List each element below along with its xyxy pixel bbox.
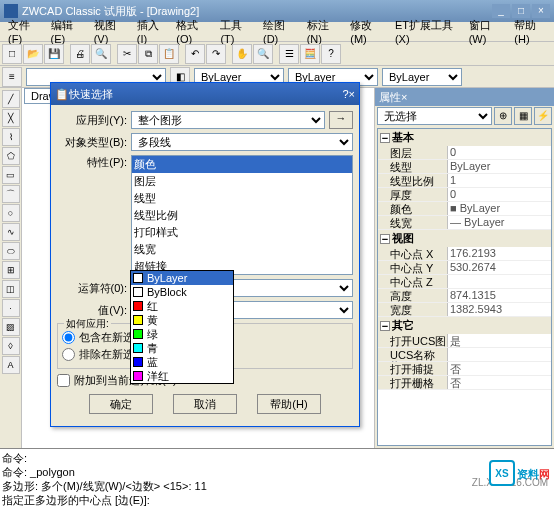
property-grid[interactable]: −基本图层0线型ByLayer线型比例1厚度0颜色■ ByLayer线宽— By… [377,128,552,446]
list-item[interactable]: 线型 [132,190,352,207]
copy-icon[interactable]: ⧉ [138,44,158,64]
menu-item[interactable]: 修改(M) [344,18,389,45]
property-row[interactable]: 线型比例1 [378,174,551,188]
property-row[interactable]: 颜色■ ByLayer [378,202,551,216]
property-row[interactable]: 图层0 [378,146,551,160]
property-row[interactable]: 中心点 Z [378,275,551,289]
menu-item[interactable]: 视图(V) [88,18,131,45]
minimize-button[interactable]: _ [492,4,510,18]
menu-item[interactable]: 工具(T) [214,18,257,45]
line-icon[interactable]: ╱ [2,90,20,108]
panel-close-icon[interactable]: × [401,91,407,103]
circle-icon[interactable]: ○ [2,204,20,222]
open-icon[interactable]: 📂 [23,44,43,64]
pan-icon[interactable]: ✋ [232,44,252,64]
collapse-icon[interactable]: − [380,234,390,244]
menu-item[interactable]: ET扩展工具(X) [389,18,463,45]
dialog-icon: 📋 [55,88,69,101]
region-icon[interactable]: ◊ [2,337,20,355]
menu-item[interactable]: 文件(F) [2,18,45,45]
color-item[interactable]: 青 [131,341,233,355]
rect-icon[interactable]: ▭ [2,166,20,184]
list-item[interactable]: 打印样式 [132,224,352,241]
menu-item[interactable]: 标注(N) [301,18,345,45]
menu-item[interactable]: 格式(O) [170,18,214,45]
color-item[interactable]: ByBlock [131,285,233,299]
collapse-icon[interactable]: − [380,321,390,331]
print-icon[interactable]: 🖨 [70,44,90,64]
list-item[interactable]: 颜色 [132,156,352,173]
ellipse-icon[interactable]: ⬭ [2,242,20,260]
command-history-line: 命令: _polygon [2,465,552,479]
property-row[interactable]: 线宽— ByLayer [378,216,551,230]
menu-item[interactable]: 编辑(E) [45,18,88,45]
close-button[interactable]: × [532,4,550,18]
color-item[interactable]: 洋红 [131,369,233,383]
help-icon[interactable]: ? [321,44,341,64]
menu-item[interactable]: 插入(I) [131,18,170,45]
zoom-icon[interactable]: 🔍 [253,44,273,64]
property-row[interactable]: 中心点 X176.2193 [378,247,551,261]
property-group[interactable]: −视图 [378,230,551,247]
color-item[interactable]: 绿 [131,327,233,341]
list-item[interactable]: 线型比例 [132,207,352,224]
list-item[interactable]: 线宽 [132,241,352,258]
property-group[interactable]: −基本 [378,129,551,146]
pick-objects-button[interactable]: → [329,111,353,129]
list-item[interactable]: 图层 [132,173,352,190]
paste-icon[interactable]: 📋 [159,44,179,64]
color-dropdown[interactable]: ByLayerByBlock红黄绿青蓝洋红 [130,270,234,384]
layer-icon[interactable]: ≡ [2,67,22,87]
pline-icon[interactable]: ⌇ [2,128,20,146]
cancel-button[interactable]: 取消 [173,394,237,414]
color-item[interactable]: 红 [131,299,233,313]
property-row[interactable]: 打开捕捉否 [378,362,551,376]
spline-icon[interactable]: ∿ [2,223,20,241]
property-row[interactable]: 宽度1382.5943 [378,303,551,317]
point-icon[interactable]: · [2,299,20,317]
menu-item[interactable]: 窗口(W) [463,18,509,45]
property-row[interactable]: 打开栅格否 [378,376,551,390]
block-icon[interactable]: ◫ [2,280,20,298]
prop-flash-icon[interactable]: ⚡ [534,107,552,125]
bylayer-combo-3[interactable]: ByLayer [382,68,462,86]
props-icon[interactable]: ☰ [279,44,299,64]
property-listbox[interactable]: 颜色图层线型线型比例打印样式线宽超链接顶点 X坐标顶点 Y坐标起始线段宽度材质面… [131,155,353,275]
property-row[interactable]: 打开UCS图标是 [378,334,551,348]
undo-icon[interactable]: ↶ [185,44,205,64]
help-button[interactable]: 帮助(H) [257,394,321,414]
cut-icon[interactable]: ✂ [117,44,137,64]
prop-qs-icon[interactable]: ▦ [514,107,532,125]
save-icon[interactable]: 💾 [44,44,64,64]
redo-icon[interactable]: ↷ [206,44,226,64]
property-row[interactable]: 厚度0 [378,188,551,202]
xline-icon[interactable]: ╳ [2,109,20,127]
dialog-close-icon[interactable]: × [349,88,355,100]
property-row[interactable]: UCS名称 [378,348,551,362]
ok-button[interactable]: 确定 [89,394,153,414]
arc-icon[interactable]: ⌒ [2,185,20,203]
calc-icon[interactable]: 🧮 [300,44,320,64]
new-icon[interactable]: □ [2,44,22,64]
prop-pick-icon[interactable]: ⊕ [494,107,512,125]
maximize-button[interactable]: □ [512,4,530,18]
property-row[interactable]: 中心点 Y530.2674 [378,261,551,275]
menu-item[interactable]: 帮助(H) [508,18,552,45]
property-group[interactable]: −其它 [378,317,551,334]
hatch-icon[interactable]: ▨ [2,318,20,336]
property-row[interactable]: 高度874.1315 [378,289,551,303]
selection-combo[interactable]: 无选择 [377,107,492,125]
polygon-icon[interactable]: ⬠ [2,147,20,165]
apply-label: 应用到(Y): [57,113,131,128]
property-row[interactable]: 线型ByLayer [378,160,551,174]
collapse-icon[interactable]: − [380,133,390,143]
color-item[interactable]: 黄 [131,313,233,327]
apply-combo[interactable]: 整个图形 [131,111,325,129]
color-item[interactable]: ByLayer [131,271,233,285]
preview-icon[interactable]: 🔍 [91,44,111,64]
color-item[interactable]: 蓝 [131,355,233,369]
insert-icon[interactable]: ⊞ [2,261,20,279]
text-icon[interactable]: A [2,356,20,374]
objtype-combo[interactable]: 多段线 [131,133,353,151]
menu-item[interactable]: 绘图(D) [257,18,301,45]
